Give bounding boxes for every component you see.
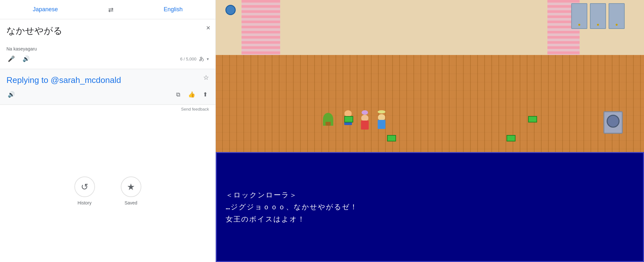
character-2 (360, 110, 370, 126)
saved-item[interactable]: ★ Saved (121, 176, 141, 205)
char-count-area: 6 / 5,000 あ ▾ (180, 56, 209, 62)
translation-action-buttons: ⧉ 👍 ⬆ (175, 90, 209, 99)
feedback-area: Send feedback (0, 105, 215, 113)
source-language-button[interactable]: Japanese (28, 4, 63, 15)
saved-star-icon: ★ (127, 182, 135, 192)
green-box-1 (344, 116, 353, 122)
char-count-text: 6 / 5,000 (180, 57, 196, 61)
dialogue-box: ＜ロックンローラ＞ …ジグジョｏｏｏ、なかせやがるゼ！ 女王のボイスはよオ！ (216, 152, 644, 262)
swap-languages-button[interactable]: ⇄ (108, 6, 114, 14)
history-icon-circle[interactable]: ↺ (74, 176, 95, 197)
green-box-3 (387, 135, 396, 141)
share-icon: ⬆ (203, 91, 208, 98)
translation-controls: 🔊 ⧉ 👍 ⬆ (6, 90, 209, 99)
locker-2 (590, 3, 606, 29)
translation-result-area: Replying to @sarah_mcdonald ☆ 🔊 ⧉ 👍 ⬆ (0, 69, 215, 105)
room-decoration-top-left (225, 5, 236, 15)
pink-wall-left (242, 0, 280, 55)
copy-button[interactable]: ⧉ (175, 90, 182, 99)
star-icon: ☆ (203, 74, 209, 81)
game-room-scene (216, 0, 644, 157)
source-controls: 🎤 🔊 6 / 5,000 あ ▾ (6, 54, 209, 66)
language-selector-bar: Japanese ⇄ English (0, 0, 215, 19)
plant-decoration (323, 113, 333, 126)
microphone-button[interactable]: 🎤 (6, 54, 16, 64)
locker-1 (571, 3, 587, 29)
source-input-text[interactable]: なかせやがる (6, 24, 209, 44)
saved-icon-circle[interactable]: ★ (121, 176, 141, 197)
character-3 (376, 110, 387, 126)
copy-icon: ⧉ (176, 91, 180, 98)
translation-speaker-button[interactable]: 🔊 (6, 90, 16, 99)
translation-speaker-icon: 🔊 (8, 91, 15, 98)
thumbsup-button[interactable]: 👍 (187, 90, 196, 99)
clear-button[interactable]: × (206, 24, 210, 32)
source-text-area: なかせやがる × Na kaseyagaru 🎤 🔊 6 / 5,000 あ ▾ (0, 19, 215, 69)
history-icons-row: ↺ History ★ Saved (74, 176, 141, 205)
source-speaker-button[interactable]: 🔊 (21, 54, 31, 64)
send-feedback-link[interactable]: Send feedback (181, 107, 209, 112)
save-translation-button[interactable]: ☆ (203, 74, 209, 81)
history-item[interactable]: ↺ History (74, 176, 95, 205)
locker-3 (609, 3, 625, 29)
char-mode-icon[interactable]: あ (199, 56, 204, 62)
floor-overlay (216, 55, 644, 157)
green-box-4 (507, 135, 516, 141)
thumbsup-icon: 👍 (188, 91, 195, 98)
history-saved-section: ↺ History ★ Saved (0, 113, 215, 262)
dialogue-line-3: 女王のボイスはよオ！ (226, 213, 634, 225)
translate-panel: Japanese ⇄ English なかせやがる × Na kaseyagar… (0, 0, 216, 262)
dialogue-line-2: …ジグジョｏｏｏ、なかせやがるゼ！ (226, 201, 634, 213)
room-background (216, 0, 644, 157)
share-button[interactable]: ⬆ (202, 90, 209, 99)
history-icon: ↺ (81, 182, 88, 192)
saved-label: Saved (125, 200, 137, 205)
microphone-icon: 🎤 (8, 55, 15, 62)
history-label: History (78, 200, 92, 205)
source-audio-controls: 🎤 🔊 (6, 54, 31, 64)
target-language-button[interactable]: English (158, 4, 188, 15)
characters-group (323, 110, 387, 126)
game-panel: ＜ロックンローラ＞ …ジグジョｏｏｏ、なかせやがるゼ！ 女王のボイスはよオ！ (216, 0, 644, 262)
translated-text: Replying to @sarah_mcdonald (6, 74, 121, 86)
char-mode-dropdown-icon[interactable]: ▾ (207, 57, 209, 61)
romanization-text: Na kaseyagaru (6, 46, 209, 51)
lockers-area (571, 3, 625, 29)
appliance-right (603, 111, 623, 134)
green-box-2 (528, 116, 537, 122)
dialogue-line-1: ＜ロックンローラ＞ (226, 189, 634, 201)
source-speaker-icon: 🔊 (23, 55, 30, 62)
